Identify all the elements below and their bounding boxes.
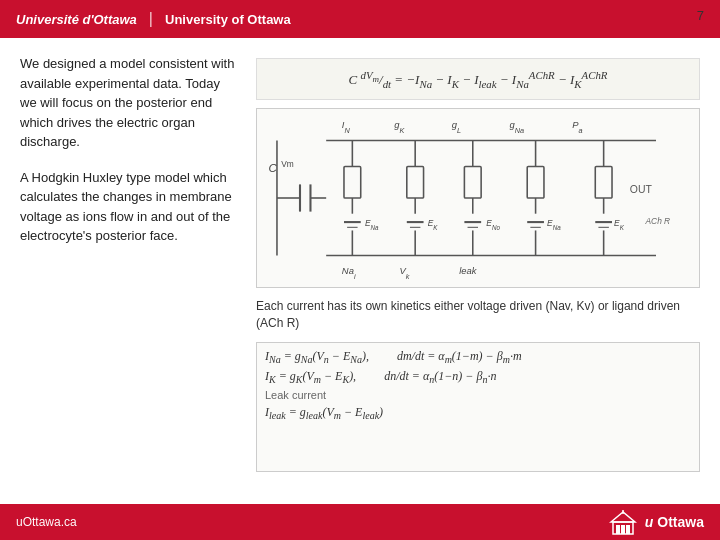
intro-paragraph: We designed a model consistent with avai… — [20, 54, 240, 152]
header-logo-fr: Université d'Ottawa — [16, 12, 137, 27]
svg-rect-58 — [626, 525, 630, 534]
formulas-section: INa = gNa(Vn − ENa), dm/dt = αm(1−m) − β… — [256, 342, 700, 472]
formula-ileak: Ileak = gleak(Vm − Eleak) — [265, 405, 691, 421]
top-formula-text: C dVm/dt = −INa − IK − Ileak − INaAChR −… — [349, 69, 608, 90]
right-column: C dVm/dt = −INa − IK − Ileak − INaAChR −… — [256, 54, 700, 494]
header-logo-en: University of Ottawa — [165, 12, 291, 27]
formula-ik-text: IK = gK(Vm − EK), — [265, 369, 356, 385]
svg-text:OUT: OUT — [630, 184, 653, 195]
footer-logo-text: u Ottawa — [645, 514, 704, 530]
formula-ileak-text: Ileak = gleak(Vm − Eleak) — [265, 405, 383, 421]
page-number: 7 — [697, 8, 704, 23]
diagram-caption: Each current has its own kinetics either… — [256, 296, 700, 334]
model-paragraph: A Hodgkin Huxley type model which calcul… — [20, 168, 240, 246]
main-content: We designed a model consistent with avai… — [0, 38, 720, 504]
header-divider: | — [149, 10, 153, 28]
formula-ik: IK = gK(Vm − EK), dn/dt = αn(1−n) − βn·n — [265, 369, 691, 385]
svg-text:ACh R: ACh R — [645, 216, 671, 226]
svg-text:leak: leak — [459, 265, 478, 276]
circuit-diagram: C Vm IN gK gL gNa Pa — [256, 108, 700, 288]
top-formula: C dVm/dt = −INa − IK − Ileak − INaAChR −… — [256, 58, 700, 100]
svg-rect-57 — [621, 525, 625, 534]
header-bar: Université d'Ottawa | University of Otta… — [0, 0, 720, 38]
footer-bar: uOttawa.ca u Ottawa — [0, 504, 720, 540]
formula-ina: INa = gNa(Vn − ENa), dm/dt = αm(1−m) − β… — [265, 349, 691, 365]
leak-label-line: Leak current — [265, 389, 691, 401]
university-icon — [609, 508, 637, 536]
footer-url: uOttawa.ca — [16, 515, 77, 529]
left-column: We designed a model consistent with avai… — [20, 54, 240, 494]
footer-logo: u Ottawa — [609, 508, 704, 536]
svg-text:Vm: Vm — [281, 159, 294, 169]
svg-rect-56 — [616, 525, 620, 534]
leak-current-label: Leak current — [265, 389, 326, 401]
formula-dm-text: dm/dt = αm(1−m) − βm·m — [397, 349, 522, 365]
formula-ina-text: INa = gNa(Vn − ENa), — [265, 349, 369, 365]
formula-dn-text: dn/dt = αn(1−n) − βn·n — [384, 369, 496, 385]
footer-u: u — [645, 514, 654, 530]
